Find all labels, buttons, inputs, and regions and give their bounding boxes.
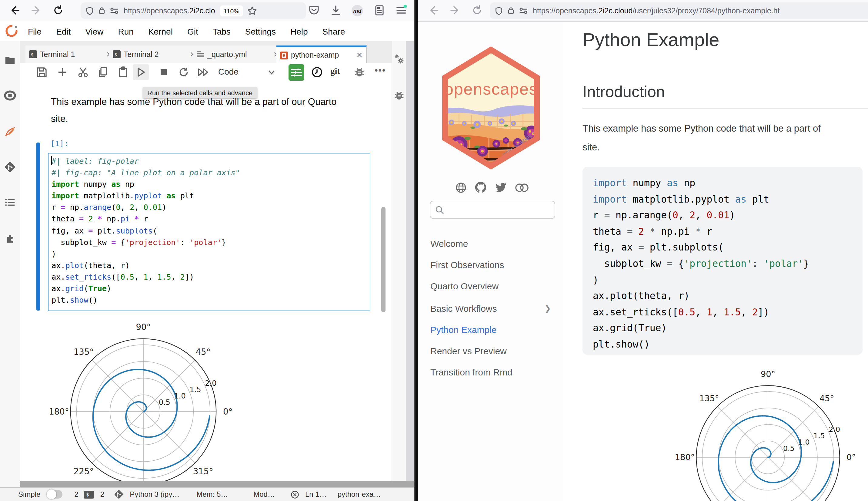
menu-tabs[interactable]: Tabs	[213, 26, 231, 36]
social-links	[455, 181, 529, 193]
sidebar-item-welcome[interactable]: Welcome	[430, 233, 554, 254]
quarto-assist-leaf-icon[interactable]	[4, 126, 16, 138]
twitter-icon[interactable]	[495, 182, 507, 193]
sidebar-item-render-vs-preview[interactable]: Render vs Preview	[430, 340, 554, 361]
menu-hamburger-icon[interactable]	[395, 4, 407, 17]
code-line: ax.plot(theta, r)	[52, 259, 240, 271]
flickr-icon[interactable]	[515, 182, 529, 193]
git-icon[interactable]	[4, 161, 16, 173]
menu-run[interactable]: Run	[118, 26, 134, 36]
menu-git[interactable]: Git	[187, 26, 198, 36]
code-cell[interactable]: #| label: fig-polar#| fig-cap: "A line p…	[48, 153, 370, 311]
run-button[interactable]	[133, 64, 149, 80]
url-bar[interactable]: https://openscapes.2i2c.cloud/user/jules…	[490, 2, 868, 19]
trust-shield-icon[interactable]	[290, 490, 300, 499]
more-commands-icon[interactable]: •••	[375, 65, 386, 75]
window-divider	[414, 0, 418, 501]
close-icon[interactable]: ✕	[356, 51, 362, 60]
markdown-cell-text[interactable]: This example has some Python code that w…	[51, 93, 337, 127]
jupyterlab-status-bar: Simple 2 $_ 2 Python 3 (ipy… Mem: 5… Mod…	[0, 487, 414, 501]
shield-icon[interactable]	[495, 7, 503, 15]
terminal-count-icon[interactable]: $_	[84, 490, 94, 498]
save-icon[interactable]	[36, 66, 48, 78]
github-icon[interactable]	[475, 181, 487, 193]
tab-python-example[interactable]: python-examp✕	[276, 45, 367, 63]
property-inspector-gears-icon[interactable]	[393, 53, 405, 65]
chevron-down-icon[interactable]	[267, 68, 276, 76]
chevron-right-icon[interactable]: ❯	[544, 303, 551, 313]
menu-file[interactable]: File	[28, 26, 42, 36]
file-browser-icon[interactable]	[4, 55, 16, 66]
git-toolbar-button[interactable]: git	[330, 66, 340, 76]
add-cell-icon[interactable]	[56, 66, 68, 78]
paste-icon[interactable]	[117, 66, 129, 78]
copy-icon[interactable]	[97, 66, 109, 78]
active-cell-indicator[interactable]	[36, 142, 40, 311]
openscapes-logo[interactable]: openscapes openscapes.org	[438, 46, 544, 170]
git-branch-status-icon[interactable]	[114, 490, 124, 499]
svg-text:openscapes: openscapes	[444, 80, 538, 98]
downloads-icon[interactable]	[330, 4, 342, 17]
url-text: https://openscapes.2i2c.clo	[124, 7, 215, 15]
menu-edit[interactable]: Edit	[56, 26, 70, 36]
tab-terminal-2[interactable]: $_ Terminal 2✕	[109, 45, 200, 63]
running-sessions-icon[interactable]	[4, 90, 16, 101]
sidebar-item-python-example[interactable]: Python Example	[430, 319, 554, 340]
svg-text:180°: 180°	[675, 452, 695, 462]
sidebar-item-transition-from-rmd[interactable]: Transition from Rmd	[430, 362, 554, 382]
menu-help[interactable]: Help	[290, 26, 308, 36]
sidebar-item-quarto-overview[interactable]: Quarto Overview	[430, 275, 554, 296]
forward-icon[interactable]	[30, 4, 42, 17]
code-block[interactable]: import numpy as npimport matplotlib.pypl…	[583, 167, 862, 355]
code-editor[interactable]: #| label: fig-polar#| fig-cap: "A line p…	[52, 155, 240, 306]
reader-page-icon[interactable]	[373, 4, 385, 17]
history-clock-icon[interactable]	[311, 66, 323, 78]
menu-share[interactable]: Share	[322, 26, 345, 36]
debugger-sidebar-bug-icon[interactable]	[393, 90, 405, 101]
extensions-puzzle-icon[interactable]	[4, 233, 16, 244]
search-input[interactable]	[444, 205, 538, 215]
restart-kernel-icon[interactable]	[178, 66, 190, 78]
menu-kernel[interactable]: Kernel	[148, 26, 173, 36]
tab-quarto-yml[interactable]: _quarto.yml✕	[193, 45, 284, 63]
reload-icon[interactable]	[471, 4, 483, 17]
menu-view[interactable]: View	[85, 26, 103, 36]
shield-icon[interactable]	[86, 7, 94, 15]
back-icon[interactable]	[427, 4, 439, 17]
quarto-assist-sliders-icon[interactable]	[288, 64, 304, 81]
permissions-icon[interactable]	[110, 7, 119, 14]
code-line: #| label: fig-polar	[52, 155, 240, 167]
url-bar[interactable]: https://openscapes.2i2c.clo 110%	[81, 2, 306, 19]
simple-mode-toggle[interactable]	[46, 490, 62, 499]
zoom-level-badge[interactable]: 110%	[220, 5, 243, 16]
menu-settings[interactable]: Settings	[245, 26, 276, 36]
line-column-status[interactable]: Ln 1…	[305, 490, 327, 499]
terminal-count[interactable]: 2	[100, 490, 104, 499]
pocket-icon[interactable]	[308, 4, 320, 17]
sidebar-search[interactable]	[430, 201, 555, 219]
cell-type-select[interactable]: Code	[218, 67, 239, 76]
back-icon[interactable]	[9, 4, 21, 17]
bookmark-star-icon[interactable]	[247, 6, 257, 15]
sidebar-item-basic-workflows[interactable]: Basic Workflows❯	[430, 298, 554, 318]
cut-icon[interactable]	[77, 66, 89, 78]
svg-text:315°: 315°	[193, 467, 213, 477]
desktop: https://openscapes.2i2c.clo 110% md File…	[0, 0, 868, 501]
stop-icon[interactable]	[157, 66, 170, 78]
code-line: r = np.arange(0, 2, 0.01)	[52, 202, 240, 213]
website-globe-icon[interactable]	[455, 182, 467, 193]
table-of-contents-icon[interactable]	[4, 196, 16, 208]
jupyterlab-activity-bar	[0, 41, 21, 488]
tab-terminal-1[interactable]: $_ Terminal 1✕	[25, 45, 117, 63]
debugger-bug-icon[interactable]	[353, 66, 365, 78]
window-scroll-gutter[interactable]	[406, 41, 414, 488]
kernel-name[interactable]: Python 3 (ipy…	[130, 490, 179, 499]
permissions-icon[interactable]	[519, 7, 528, 14]
kernel-count[interactable]: 2	[74, 490, 78, 499]
sidebar-item-first-observations[interactable]: First Observations	[430, 254, 554, 275]
restart-run-all-icon[interactable]	[198, 66, 210, 78]
forward-icon[interactable]	[449, 4, 461, 17]
markdown-extension-icon[interactable]: md	[352, 5, 363, 17]
notebook-scrollbar[interactable]	[381, 207, 385, 312]
reload-icon[interactable]	[52, 4, 64, 17]
